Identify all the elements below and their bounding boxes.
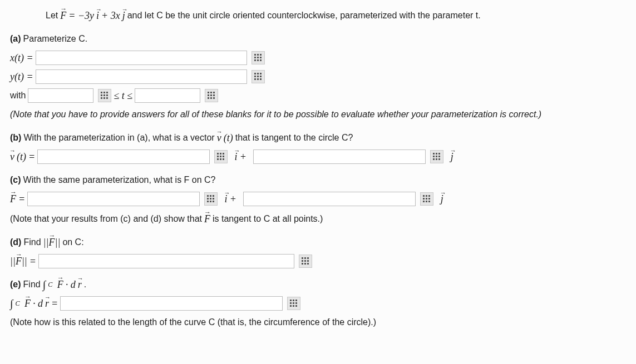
svg-rect-37	[220, 153, 221, 154]
b-plus: +	[240, 149, 246, 164]
keypad-icon[interactable]	[287, 297, 300, 310]
svg-rect-82	[293, 300, 294, 301]
svg-rect-80	[307, 263, 309, 265]
c-plus: +	[230, 191, 236, 207]
svg-rect-6	[254, 59, 256, 61]
svg-rect-89	[295, 305, 297, 307]
svg-rect-81	[290, 300, 292, 301]
t-lower-input[interactable]	[28, 88, 93, 103]
svg-rect-53	[438, 158, 440, 160]
svg-rect-15	[254, 78, 256, 80]
svg-rect-19	[103, 92, 105, 93]
unit-j: j	[451, 149, 453, 164]
keypad-icon[interactable]	[252, 51, 265, 64]
svg-rect-41	[223, 156, 224, 157]
part-d-header: (d) Find ||F|| on C:	[10, 235, 626, 250]
keypad-icon[interactable]	[299, 255, 312, 268]
svg-rect-46	[436, 153, 437, 154]
norm-input[interactable]	[38, 254, 294, 268]
vector-F-int-lhs: F	[24, 296, 31, 311]
b-paren: (t)	[224, 130, 233, 146]
svg-rect-42	[217, 158, 219, 160]
xt-input[interactable]	[36, 51, 247, 65]
vt-j-input[interactable]	[253, 149, 426, 164]
svg-rect-44	[223, 158, 224, 160]
svg-rect-71	[428, 201, 430, 202]
norm-row: ||F|| =	[10, 253, 626, 269]
svg-rect-79	[304, 263, 306, 265]
svg-rect-12	[254, 76, 256, 77]
e-period: .	[84, 277, 86, 292]
svg-rect-83	[295, 300, 297, 301]
svg-rect-8	[260, 59, 262, 61]
note-cd: (Note that your results from (c) and (d)…	[10, 211, 626, 227]
svg-rect-23	[106, 94, 108, 96]
keypad-icon[interactable]	[214, 150, 228, 163]
svg-rect-3	[254, 57, 256, 58]
svg-rect-27	[208, 92, 209, 93]
yt-row: y(t) =	[10, 69, 626, 84]
vector-v: v	[217, 130, 221, 146]
yt-input[interactable]	[36, 69, 247, 84]
svg-rect-38	[223, 153, 224, 154]
unit-i: i	[96, 8, 99, 23]
keypad-icon[interactable]	[98, 89, 111, 102]
part-d-text: Find	[23, 235, 41, 250]
t-upper-input[interactable]	[135, 88, 200, 103]
svg-rect-29	[213, 92, 215, 93]
svg-rect-25	[103, 97, 105, 99]
b-eq: =	[28, 149, 35, 164]
svg-rect-7	[257, 59, 259, 61]
svg-rect-10	[257, 73, 259, 74]
with-label: with	[10, 88, 26, 103]
svg-rect-51	[433, 158, 435, 160]
svg-rect-45	[433, 153, 435, 154]
keypad-icon[interactable]	[420, 192, 433, 206]
part-c-header: (c) With the same parameterization, what…	[10, 172, 626, 188]
yt-label: y(t) =	[10, 69, 33, 84]
svg-rect-64	[426, 195, 427, 197]
part-a-note: (Note that you have to provide answers f…	[10, 107, 626, 122]
svg-rect-61	[210, 201, 211, 202]
svg-rect-74	[307, 257, 309, 259]
integral-input[interactable]	[60, 296, 283, 311]
svg-rect-28	[210, 92, 212, 93]
svg-rect-9	[254, 73, 256, 74]
svg-rect-33	[208, 97, 209, 99]
keypad-icon[interactable]	[205, 89, 218, 102]
part-a-text: Parameterize C.	[23, 31, 88, 47]
t-range-row: with ≤ t ≤	[10, 88, 626, 103]
svg-rect-1	[257, 54, 259, 56]
note-cd-rest: is tangent to C at all points.)	[213, 211, 323, 227]
svg-rect-72	[302, 257, 303, 259]
svg-rect-77	[307, 260, 309, 262]
svg-rect-70	[426, 201, 427, 202]
t-le: ≤ t ≤	[114, 88, 132, 103]
F-i-input[interactable]	[27, 192, 200, 206]
d-eq: =	[29, 253, 36, 269]
vector-v-lhs: v	[10, 149, 14, 164]
svg-rect-63	[423, 195, 425, 197]
keypad-icon[interactable]	[252, 70, 265, 83]
unit-j: j	[441, 191, 443, 207]
keypad-icon[interactable]	[430, 150, 443, 163]
svg-rect-84	[290, 302, 292, 304]
xt-row: x(t) =	[10, 50, 626, 66]
e-dot: · d	[66, 277, 76, 292]
svg-rect-17	[260, 78, 262, 80]
c-eq: =	[18, 191, 25, 207]
svg-rect-56	[213, 195, 214, 197]
e-dot-lhs: · d	[33, 296, 43, 311]
vt-i-input[interactable]	[37, 149, 210, 164]
svg-rect-60	[207, 201, 209, 202]
svg-rect-4	[257, 57, 259, 58]
intro-eq1: = −3y	[68, 8, 94, 23]
F-j-input[interactable]	[243, 192, 416, 206]
part-e-label: (e)	[10, 277, 21, 292]
keypad-icon[interactable]	[204, 192, 218, 206]
svg-rect-22	[103, 94, 105, 96]
svg-rect-31	[210, 94, 212, 96]
svg-rect-36	[217, 153, 219, 154]
svg-rect-21	[101, 94, 102, 96]
part-e-note: (Note how is this related to the length …	[10, 315, 626, 330]
